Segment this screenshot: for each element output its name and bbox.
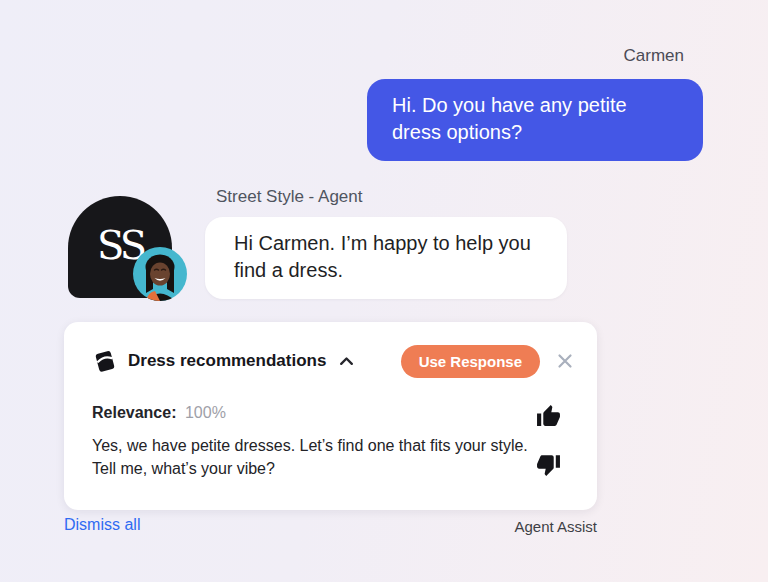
- suggestion-text: Yes, we have petite dresses. Let’s find …: [92, 434, 534, 480]
- dismiss-all-link[interactable]: Dismiss all: [64, 516, 140, 534]
- assist-card-header: Dress recommendations Use Response: [92, 344, 575, 378]
- book-icon: [92, 348, 119, 375]
- thumb-up-icon[interactable]: [536, 404, 561, 429]
- agent-avatar: SS: [68, 196, 188, 302]
- relevance-row: Relevance: 100%: [92, 404, 226, 422]
- use-response-button[interactable]: Use Response: [401, 345, 540, 378]
- agent-assist-card: Dress recommendations Use Response Relev…: [64, 322, 597, 510]
- assist-card-title: Dress recommendations: [128, 351, 326, 371]
- agent-assist-label: Agent Assist: [514, 518, 597, 535]
- thumb-down-icon[interactable]: [536, 452, 561, 477]
- agent-name-label: Street Style - Agent: [216, 187, 362, 207]
- chevron-up-icon[interactable]: [338, 353, 355, 370]
- agent-photo: [133, 247, 187, 301]
- chat-screen: Carmen Hi. Do you have any petite dress …: [0, 0, 768, 582]
- relevance-value: 100%: [185, 404, 226, 421]
- close-icon[interactable]: [555, 351, 575, 371]
- customer-message-bubble: Hi. Do you have any petite dress options…: [367, 79, 703, 161]
- customer-name-label: Carmen: [624, 46, 684, 66]
- relevance-label: Relevance:: [92, 404, 177, 421]
- agent-message-bubble: Hi Carmen. I’m happy to help you find a …: [205, 217, 567, 299]
- agent-photo-illustration: [133, 247, 187, 301]
